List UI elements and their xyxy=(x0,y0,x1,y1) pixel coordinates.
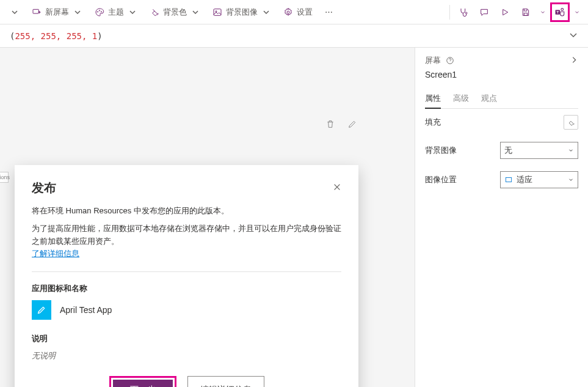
trash-icon xyxy=(325,119,335,129)
chevron-down-icon xyxy=(128,7,137,17)
chevron-down-icon xyxy=(568,177,574,183)
prop-image-position: 图像位置 适应 xyxy=(425,165,578,194)
bg-image-button[interactable]: 背景图像 xyxy=(208,4,276,20)
canvas-toolbar xyxy=(323,117,360,131)
bucket-icon xyxy=(150,7,159,17)
comment-icon xyxy=(479,7,489,17)
formula-expand-button[interactable] xyxy=(568,30,578,42)
close-icon xyxy=(333,183,341,191)
svg-rect-12 xyxy=(506,178,511,182)
bg-color-label: 背景色 xyxy=(163,7,187,18)
image-position-select[interactable]: 适应 xyxy=(500,171,578,188)
teams-dropdown-button[interactable] xyxy=(571,2,583,22)
dialog-divider xyxy=(32,271,341,272)
desc-section-label: 说明 xyxy=(32,333,341,344)
chevron-down-icon xyxy=(574,9,580,15)
dialog-line2: 为了提高应用性能，应用数据可本地存储在浏览器存储中，并且可以在用户完成身份验证之… xyxy=(32,224,341,246)
dialog-actions: 下一步 编辑详细信息 xyxy=(32,376,341,387)
save-button[interactable] xyxy=(516,2,535,22)
next-button-highlight: 下一步 xyxy=(109,376,176,387)
prop-fill: 填充 xyxy=(425,109,578,136)
svg-point-7 xyxy=(465,12,467,14)
svg-rect-0 xyxy=(33,9,38,13)
comments-button[interactable] xyxy=(474,2,494,22)
chevron-down-icon xyxy=(261,7,271,17)
new-screen-button[interactable]: 新屏幕 xyxy=(27,4,87,20)
app-checker-button[interactable] xyxy=(454,2,473,22)
tab-properties[interactable]: 属性 xyxy=(425,89,441,109)
teams-button[interactable]: T xyxy=(553,6,567,19)
chevron-down-icon xyxy=(73,7,82,17)
svg-point-2 xyxy=(99,10,100,10)
edit-details-button[interactable]: 编辑详细信息 xyxy=(187,376,264,387)
preview-button[interactable] xyxy=(495,2,515,22)
image-position-label: 图像位置 xyxy=(425,174,457,185)
chevron-down-icon xyxy=(540,9,546,15)
main-area: tions 发布 将在环境 Human Resources 中发布您的应用的此版… xyxy=(0,48,588,387)
ellipsis-icon: ⋯ xyxy=(325,7,333,17)
learn-more-link[interactable]: 了解详细信息 xyxy=(32,249,79,258)
toolbar-overflow[interactable]: ⋯ xyxy=(320,5,338,19)
image-position-value: 适应 xyxy=(517,174,564,185)
formula-value: 255, 255, 255, 1 xyxy=(15,31,97,41)
bucket-icon xyxy=(567,118,575,127)
formula-open-paren: ( xyxy=(10,31,15,41)
panel-title: Screen1 xyxy=(425,70,578,79)
bg-image-select[interactable]: 无 xyxy=(500,142,578,159)
svg-rect-4 xyxy=(214,9,221,15)
panel-tabs: 属性 高级 观点 xyxy=(425,89,578,109)
chevron-right-icon xyxy=(570,56,578,64)
delete-button[interactable] xyxy=(323,117,338,131)
app-icon xyxy=(32,300,51,320)
toolbar-right-group: T xyxy=(447,2,583,22)
left-panel-stub: tions xyxy=(0,172,9,183)
svg-text:T: T xyxy=(556,10,559,14)
bg-color-button[interactable]: 背景色 xyxy=(145,4,205,20)
panel-header: 屏幕 xyxy=(425,55,578,66)
svg-point-10 xyxy=(561,8,564,10)
palette-icon xyxy=(95,7,104,17)
bg-image-label: 背景图像 xyxy=(226,7,258,18)
top-toolbar: 新屏幕 主题 背景色 背景图像 设置 ⋯ xyxy=(0,0,588,24)
svg-point-6 xyxy=(287,11,289,13)
chevron-down-icon xyxy=(191,7,200,17)
tab-advanced[interactable]: 高级 xyxy=(453,89,469,108)
next-button[interactable]: 下一步 xyxy=(113,380,173,387)
gear-icon xyxy=(283,7,293,17)
play-icon xyxy=(500,7,510,17)
formula-bar[interactable]: ( 255, 255, 255, 1 ) xyxy=(0,24,588,48)
svg-point-1 xyxy=(97,11,98,12)
pencil-icon xyxy=(37,305,46,315)
chevron-down-icon xyxy=(10,7,20,17)
chevron-down-icon xyxy=(568,147,574,153)
chevron-down-icon xyxy=(568,30,578,40)
toolbar-unknown-left[interactable] xyxy=(5,5,24,20)
formula-close-paren: ) xyxy=(97,31,102,41)
fill-color-button[interactable] xyxy=(564,115,578,130)
app-row: April Test App xyxy=(32,300,341,320)
save-icon xyxy=(521,7,531,17)
theme-button[interactable]: 主题 xyxy=(90,4,142,20)
bg-image-label: 背景图像 xyxy=(425,145,457,156)
stethoscope-icon xyxy=(459,7,468,17)
new-screen-label: 新屏幕 xyxy=(45,7,69,18)
desc-value: 无说明 xyxy=(32,350,341,361)
properties-panel: 屏幕 Screen1 属性 高级 观点 填充 背景图像 无 图像位置 xyxy=(415,48,588,387)
tab-view[interactable]: 观点 xyxy=(481,89,497,108)
divider xyxy=(449,5,450,20)
bg-image-value: 无 xyxy=(504,145,564,156)
dialog-close-button[interactable] xyxy=(333,182,341,194)
dialog-body: 将在环境 Human Resources 中发布您的应用的此版本。 为了提高应用… xyxy=(32,205,341,260)
svg-point-3 xyxy=(101,11,101,12)
dialog-line1: 将在环境 Human Resources 中发布您的应用的此版本。 xyxy=(32,205,341,218)
settings-button[interactable]: 设置 xyxy=(278,4,318,20)
theme-label: 主题 xyxy=(108,7,124,18)
teams-button-highlight: T xyxy=(550,2,570,22)
panel-expand-button[interactable] xyxy=(570,56,578,66)
dialog-title: 发布 xyxy=(32,180,56,196)
help-icon[interactable] xyxy=(446,56,454,65)
canvas-area: tions 发布 将在环境 Human Resources 中发布您的应用的此版… xyxy=(0,48,415,387)
edit-button[interactable] xyxy=(345,117,360,131)
save-dropdown-button[interactable] xyxy=(537,2,549,22)
teams-icon: T xyxy=(554,7,565,18)
